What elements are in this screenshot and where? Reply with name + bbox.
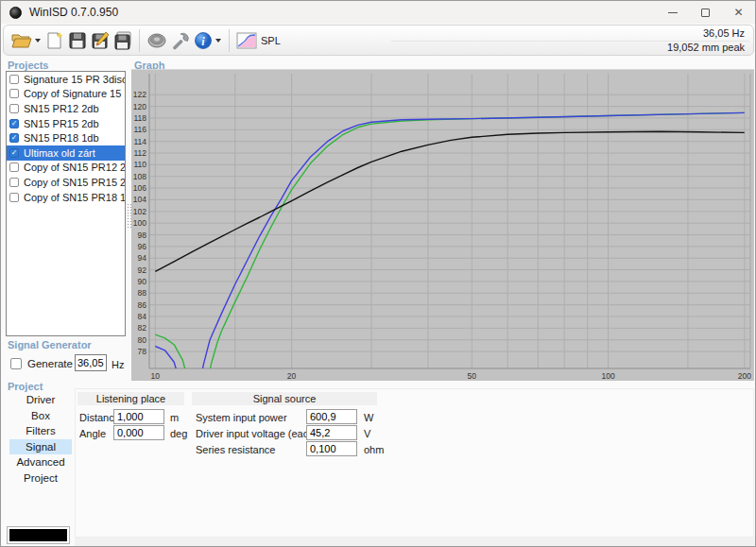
svg-text:106: 106 — [133, 183, 146, 193]
maximize-icon — [701, 9, 710, 17]
project-row[interactable]: ✓Copy of SN15 PR12 2db — [7, 161, 125, 176]
project-row[interactable]: ✓SN15 PR15 2db — [7, 116, 125, 131]
signal-source-header: Signal source — [192, 392, 377, 405]
project-label: Signature 15 PR 3disc — [24, 74, 125, 85]
svg-text:104: 104 — [133, 195, 146, 204]
system-input-power-unit: W — [364, 412, 373, 423]
nav-item-advanced[interactable]: Advanced — [9, 454, 72, 470]
project-checkbox[interactable]: ✓ — [9, 133, 19, 143]
minimize-button[interactable] — [656, 1, 689, 24]
project-checkbox[interactable]: ✓ — [9, 178, 19, 187]
angle-unit: deg — [170, 428, 187, 439]
nav-item-signal[interactable]: Signal — [9, 439, 72, 455]
listening-place-header: Listening place — [77, 392, 184, 405]
tools-button[interactable] — [169, 28, 192, 53]
svg-text:84: 84 — [138, 312, 147, 321]
distance-unit: m — [170, 412, 179, 423]
svg-text:120: 120 — [133, 102, 146, 111]
projects-list: ✓Signature 15 PR 3disc ✓Copy of Signatur… — [6, 71, 126, 336]
nav-item-driver[interactable]: Driver — [9, 392, 72, 408]
project-row[interactable]: ✓Ultimax old zárt — [7, 145, 125, 161]
svg-text:118: 118 — [133, 113, 146, 123]
project-checkbox[interactable]: ✓ — [9, 162, 19, 172]
toolbar-separator — [139, 29, 140, 52]
driver-input-voltage-input[interactable] — [306, 425, 357, 440]
project-row[interactable]: ✓SN15 PR18 1db — [7, 130, 125, 145]
svg-text:102: 102 — [133, 207, 146, 216]
svg-text:112: 112 — [133, 148, 146, 158]
generate-checkbox[interactable] — [10, 358, 22, 369]
project-row[interactable]: ✓Copy of SN15 PR15 2db — [7, 175, 125, 190]
angle-input[interactable] — [113, 425, 164, 440]
driver-input-voltage-unit: V — [364, 428, 370, 439]
svg-text:92: 92 — [138, 265, 147, 275]
excursion-readout: 19,052 mm peak — [667, 42, 745, 53]
titlebar: WinISD 0.7.0.950 ✕ — [1, 1, 755, 24]
open-dropdown-arrow[interactable] — [35, 39, 41, 43]
series-resistance-label: Series resistance — [196, 444, 275, 455]
svg-text:108: 108 — [133, 172, 146, 181]
project-checkbox[interactable]: ✓ — [9, 193, 19, 202]
info-dropdown-arrow[interactable] — [215, 39, 221, 43]
project-row[interactable]: ✓Signature 15 PR 3disc — [7, 72, 125, 87]
winisd-window: WinISD 0.7.0.950 ✕ — [0, 0, 756, 547]
check-icon: ✓ — [11, 134, 18, 142]
project-checkbox[interactable]: ✓ — [9, 104, 19, 113]
project-checkbox[interactable]: ✓ — [9, 89, 19, 98]
projects-section-label: Projects — [8, 60, 48, 71]
project-checkbox[interactable]: ✓ — [9, 75, 19, 84]
distance-input[interactable] — [113, 409, 164, 424]
nav-item-box[interactable]: Box — [9, 408, 72, 424]
svg-text:90: 90 — [138, 277, 147, 286]
project-label: SN15 PR12 2db — [24, 103, 99, 114]
angle-label: Angle — [79, 428, 106, 439]
svg-text:82: 82 — [138, 323, 147, 333]
svg-text:100: 100 — [133, 218, 146, 228]
project-row[interactable]: ✓SN15 PR12 2db — [7, 101, 125, 116]
wrench-icon — [171, 31, 190, 50]
save-all-button[interactable] — [112, 28, 134, 53]
project-checkbox[interactable]: ✓ — [9, 148, 19, 158]
project-label: SN15 PR18 1db — [24, 132, 99, 144]
spl-chart-icon — [236, 32, 257, 49]
project-checkbox[interactable]: ✓ — [9, 119, 19, 128]
project-label: SN15 PR15 2db — [24, 118, 99, 129]
new-project-button[interactable] — [43, 28, 66, 53]
svg-text:114: 114 — [133, 137, 146, 146]
project-row[interactable]: ✓Copy of Signature 15 PR 5d — [7, 87, 125, 102]
nav-item-filters[interactable]: Filters — [9, 423, 72, 439]
open-project-button[interactable] — [9, 28, 34, 53]
svg-text:94: 94 — [138, 253, 147, 263]
signal-tab-panel: Listening place Signal source Distance m… — [75, 388, 754, 538]
series-resistance-input[interactable] — [306, 441, 357, 456]
curve-color-swatch[interactable] — [7, 526, 70, 544]
toolbar: i SPL 36,05 Hz 19,052 mm peak — [3, 25, 754, 56]
svg-text:110: 110 — [133, 160, 146, 169]
maximize-button[interactable] — [689, 1, 722, 24]
project-section-label: Project — [8, 381, 43, 392]
svg-text:98: 98 — [138, 231, 147, 240]
svg-text:88: 88 — [138, 288, 147, 298]
generator-frequency-input[interactable] — [75, 354, 107, 371]
system-input-power-input[interactable] — [306, 409, 357, 424]
nav-item-project[interactable]: Project — [9, 470, 72, 487]
svg-text:10: 10 — [151, 371, 161, 381]
project-row[interactable]: ✓Copy of SN15 PR18 1db — [7, 190, 125, 205]
save-as-button[interactable] — [89, 28, 112, 53]
generate-label: Generate — [27, 358, 73, 369]
system-input-power-label: System input power — [196, 412, 287, 423]
svg-text:86: 86 — [138, 300, 147, 310]
new-document-icon — [45, 31, 64, 50]
curve-color-fill — [9, 529, 67, 541]
svg-text:96: 96 — [138, 242, 147, 251]
spl-graph-button[interactable]: SPL — [234, 28, 283, 53]
close-button[interactable]: ✕ — [722, 1, 755, 24]
driver-database-button[interactable] — [145, 28, 169, 53]
info-button[interactable]: i — [192, 28, 215, 53]
minimize-icon — [668, 12, 678, 13]
svg-text:122: 122 — [133, 90, 146, 99]
check-icon: ✓ — [11, 120, 18, 128]
save-button[interactable] — [66, 28, 89, 53]
svg-text:20: 20 — [287, 371, 297, 381]
save-floppy-icon — [68, 31, 87, 50]
